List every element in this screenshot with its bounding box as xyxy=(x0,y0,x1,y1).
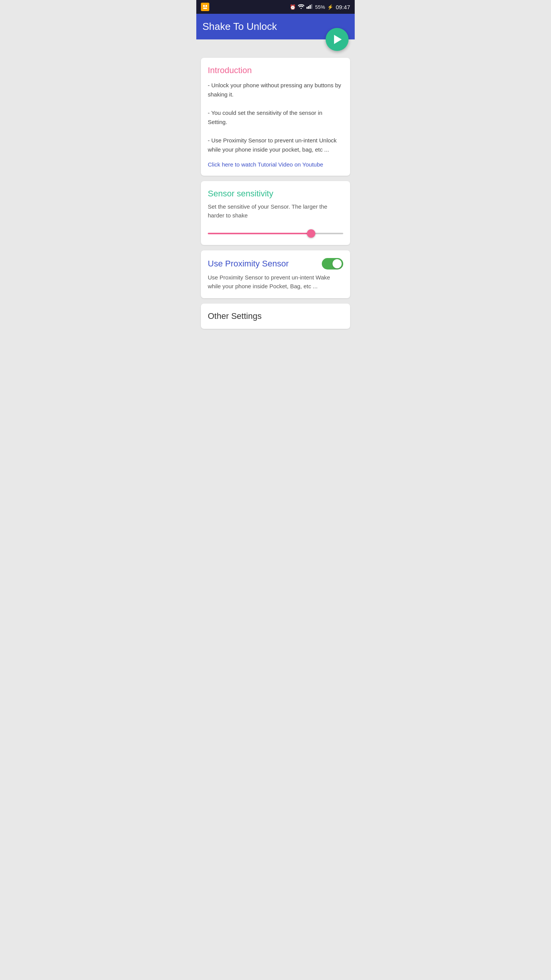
proximity-sensor-card: Use Proximity Sensor Use Proximity Senso… xyxy=(201,250,350,298)
svg-rect-7 xyxy=(311,4,312,9)
intro-body: - Unlock your phone without pressing any… xyxy=(208,81,343,154)
sensor-sensitivity-card: Sensor sensitivity Set the sensitive of … xyxy=(201,181,350,245)
proximity-title: Use Proximity Sensor xyxy=(208,259,289,269)
battery-icon: ⚡ xyxy=(327,4,333,10)
intro-title: Introduction xyxy=(208,65,343,75)
svg-rect-1 xyxy=(203,5,205,7)
status-bar-right: ⏰ 55% ⚡ 09:47 xyxy=(290,4,350,10)
status-bar: ⏰ 55% ⚡ 09:47 xyxy=(196,0,355,14)
battery-text: 55% xyxy=(315,4,325,10)
sensitivity-slider-container xyxy=(208,227,343,237)
play-fab-button[interactable] xyxy=(326,28,349,51)
intro-line2: - You could set the sensitivity of the s… xyxy=(208,109,322,125)
intro-line3: - Use Proximity Sensor to prevent un-int… xyxy=(208,137,337,153)
signal-icon xyxy=(306,4,313,10)
app-header: Shake To Unlock xyxy=(196,14,355,39)
sensor-description: Set the sensitive of your Sensor. The la… xyxy=(208,203,343,220)
svg-rect-4 xyxy=(306,7,308,9)
proximity-card-header: Use Proximity Sensor xyxy=(208,258,343,270)
svg-rect-6 xyxy=(310,5,311,9)
app-icon xyxy=(201,3,209,11)
status-bar-left xyxy=(201,3,209,11)
svg-rect-3 xyxy=(203,8,207,9)
introduction-card: Introduction - Unlock your phone without… xyxy=(201,58,350,176)
proximity-description: Use Proximity Sensor to prevent un-inten… xyxy=(208,273,343,291)
svg-rect-2 xyxy=(205,5,207,7)
other-settings-card: Other Settings xyxy=(201,304,350,329)
alarm-icon: ⏰ xyxy=(290,4,296,10)
toggle-slider xyxy=(322,258,343,270)
proximity-toggle[interactable] xyxy=(322,258,343,270)
main-content: Introduction - Unlock your phone without… xyxy=(196,39,355,335)
app-title: Shake To Unlock xyxy=(202,21,277,33)
play-icon xyxy=(334,35,342,44)
intro-line1: - Unlock your phone without pressing any… xyxy=(208,82,341,98)
sensor-title: Sensor sensitivity xyxy=(208,189,343,199)
svg-rect-5 xyxy=(308,6,309,9)
wifi-icon xyxy=(298,4,304,10)
sensitivity-slider[interactable] xyxy=(208,233,343,234)
other-settings-title: Other Settings xyxy=(208,311,343,321)
time-text: 09:47 xyxy=(336,4,350,10)
tutorial-link[interactable]: Click here to watch Tutorial Video on Yo… xyxy=(208,161,323,168)
